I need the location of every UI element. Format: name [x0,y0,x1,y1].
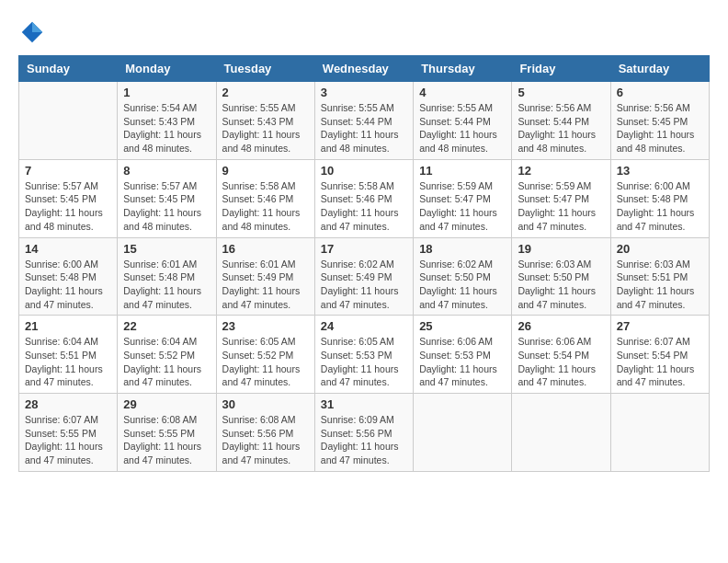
day-info: Sunrise: 6:07 AM Sunset: 5:54 PM Dayligh… [617,335,703,389]
calendar-cell: 2Sunrise: 5:55 AM Sunset: 5:43 PM Daylig… [216,82,314,160]
day-header: Tuesday [216,56,314,82]
day-info: Sunrise: 5:55 AM Sunset: 5:44 PM Dayligh… [321,101,407,155]
day-info: Sunrise: 5:59 AM Sunset: 5:47 PM Dayligh… [419,179,506,234]
calendar-cell [414,394,512,472]
calendar-cell: 21Sunrise: 6:04 AM Sunset: 5:51 PM Dayli… [19,316,118,394]
calendar-cell: 4Sunrise: 5:55 AM Sunset: 5:44 PM Daylig… [414,82,512,160]
day-number: 15 [123,242,210,256]
day-info: Sunrise: 5:58 AM Sunset: 5:46 PM Dayligh… [222,179,309,234]
calendar-header: SundayMondayTuesdayWednesdayThursdayFrid… [19,56,710,82]
day-info: Sunrise: 5:56 AM Sunset: 5:45 PM Dayligh… [617,101,703,155]
day-info: Sunrise: 6:08 AM Sunset: 5:55 PM Dayligh… [123,413,210,467]
calendar-cell: 31Sunrise: 6:09 AM Sunset: 5:56 PM Dayli… [314,394,413,472]
day-number: 16 [222,242,309,256]
calendar-cell: 8Sunrise: 5:57 AM Sunset: 5:45 PM Daylig… [118,159,216,237]
day-number: 26 [518,319,604,333]
calendar-cell: 3Sunrise: 5:55 AM Sunset: 5:44 PM Daylig… [314,82,413,160]
day-info: Sunrise: 6:06 AM Sunset: 5:53 PM Dayligh… [419,335,506,389]
day-header: Wednesday [314,56,413,82]
calendar-cell: 23Sunrise: 6:05 AM Sunset: 5:52 PM Dayli… [216,316,314,394]
day-info: Sunrise: 6:01 AM Sunset: 5:48 PM Dayligh… [123,258,210,312]
calendar-table: SundayMondayTuesdayWednesdayThursdayFrid… [18,55,710,472]
day-info: Sunrise: 5:56 AM Sunset: 5:44 PM Dayligh… [518,101,604,155]
day-header: Saturday [610,56,709,82]
calendar-week-row: 1Sunrise: 5:54 AM Sunset: 5:43 PM Daylig… [19,82,710,160]
calendar-cell: 1Sunrise: 5:54 AM Sunset: 5:43 PM Daylig… [118,82,216,160]
day-number: 19 [518,242,604,256]
day-number: 18 [419,242,506,256]
day-info: Sunrise: 5:55 AM Sunset: 5:43 PM Dayligh… [222,101,309,155]
day-info: Sunrise: 6:00 AM Sunset: 5:48 PM Dayligh… [617,179,703,234]
day-info: Sunrise: 6:08 AM Sunset: 5:56 PM Dayligh… [222,413,309,467]
calendar-cell: 13Sunrise: 6:00 AM Sunset: 5:48 PM Dayli… [610,159,709,237]
calendar-cell: 24Sunrise: 6:05 AM Sunset: 5:53 PM Dayli… [314,316,413,394]
calendar-cell [512,394,610,472]
calendar-cell: 25Sunrise: 6:06 AM Sunset: 5:53 PM Dayli… [414,316,512,394]
day-number: 14 [25,242,111,256]
logo [18,18,50,46]
day-number: 31 [321,397,407,411]
day-number: 3 [321,86,407,99]
calendar-cell [19,82,118,160]
day-info: Sunrise: 6:03 AM Sunset: 5:50 PM Dayligh… [518,258,604,312]
calendar-cell: 16Sunrise: 6:01 AM Sunset: 5:49 PM Dayli… [216,237,314,316]
svg-marker-1 [32,22,42,32]
calendar-cell: 12Sunrise: 5:59 AM Sunset: 5:47 PM Dayli… [512,159,610,237]
calendar-week-row: 14Sunrise: 6:00 AM Sunset: 5:48 PM Dayli… [19,237,710,316]
day-number: 10 [321,164,407,178]
calendar-cell: 27Sunrise: 6:07 AM Sunset: 5:54 PM Dayli… [610,316,709,394]
day-info: Sunrise: 6:02 AM Sunset: 5:49 PM Dayligh… [321,258,407,312]
calendar-cell: 22Sunrise: 6:04 AM Sunset: 5:52 PM Dayli… [118,316,216,394]
day-number: 1 [123,86,210,99]
day-number: 23 [222,319,309,333]
day-number: 21 [25,319,111,333]
calendar-cell: 17Sunrise: 6:02 AM Sunset: 5:49 PM Dayli… [314,237,413,316]
calendar-week-row: 21Sunrise: 6:04 AM Sunset: 5:51 PM Dayli… [19,316,710,394]
calendar-cell: 7Sunrise: 5:57 AM Sunset: 5:45 PM Daylig… [19,159,118,237]
day-number: 25 [419,319,506,333]
calendar-cell: 19Sunrise: 6:03 AM Sunset: 5:50 PM Dayli… [512,237,610,316]
day-number: 30 [222,397,309,411]
day-header: Sunday [19,56,118,82]
calendar-cell: 29Sunrise: 6:08 AM Sunset: 5:55 PM Dayli… [118,394,216,472]
calendar-cell: 6Sunrise: 5:56 AM Sunset: 5:45 PM Daylig… [610,82,709,160]
logo-icon [18,18,46,46]
day-info: Sunrise: 6:09 AM Sunset: 5:56 PM Dayligh… [321,413,407,467]
calendar-week-row: 7Sunrise: 5:57 AM Sunset: 5:45 PM Daylig… [19,159,710,237]
day-header: Thursday [414,56,512,82]
calendar-cell: 14Sunrise: 6:00 AM Sunset: 5:48 PM Dayli… [19,237,118,316]
day-info: Sunrise: 6:00 AM Sunset: 5:48 PM Dayligh… [25,258,111,312]
day-number: 17 [321,242,407,256]
calendar-cell: 26Sunrise: 6:06 AM Sunset: 5:54 PM Dayli… [512,316,610,394]
day-number: 28 [25,397,111,411]
day-header: Friday [512,56,610,82]
calendar-cell: 9Sunrise: 5:58 AM Sunset: 5:46 PM Daylig… [216,159,314,237]
day-info: Sunrise: 5:54 AM Sunset: 5:43 PM Dayligh… [123,101,210,155]
day-number: 5 [518,86,604,99]
day-number: 6 [617,86,703,99]
calendar-week-row: 28Sunrise: 6:07 AM Sunset: 5:55 PM Dayli… [19,394,710,472]
calendar-cell: 11Sunrise: 5:59 AM Sunset: 5:47 PM Dayli… [414,159,512,237]
day-number: 20 [617,242,703,256]
day-info: Sunrise: 5:58 AM Sunset: 5:46 PM Dayligh… [321,179,407,234]
day-info: Sunrise: 6:04 AM Sunset: 5:51 PM Dayligh… [25,335,111,389]
day-info: Sunrise: 5:57 AM Sunset: 5:45 PM Dayligh… [123,179,210,234]
day-info: Sunrise: 5:55 AM Sunset: 5:44 PM Dayligh… [419,101,506,155]
day-number: 29 [123,397,210,411]
day-number: 7 [25,164,111,178]
day-info: Sunrise: 6:05 AM Sunset: 5:53 PM Dayligh… [321,335,407,389]
day-info: Sunrise: 6:05 AM Sunset: 5:52 PM Dayligh… [222,335,309,389]
day-info: Sunrise: 6:03 AM Sunset: 5:51 PM Dayligh… [617,258,703,312]
day-number: 8 [123,164,210,178]
day-number: 9 [222,164,309,178]
day-number: 13 [617,164,703,178]
calendar-cell: 18Sunrise: 6:02 AM Sunset: 5:50 PM Dayli… [414,237,512,316]
day-number: 11 [419,164,506,178]
day-info: Sunrise: 6:07 AM Sunset: 5:55 PM Dayligh… [25,413,111,467]
day-info: Sunrise: 6:01 AM Sunset: 5:49 PM Dayligh… [222,258,309,312]
day-info: Sunrise: 6:06 AM Sunset: 5:54 PM Dayligh… [518,335,604,389]
calendar-cell [610,394,709,472]
calendar-cell: 28Sunrise: 6:07 AM Sunset: 5:55 PM Dayli… [19,394,118,472]
page-header [18,18,710,46]
day-number: 4 [419,86,506,99]
